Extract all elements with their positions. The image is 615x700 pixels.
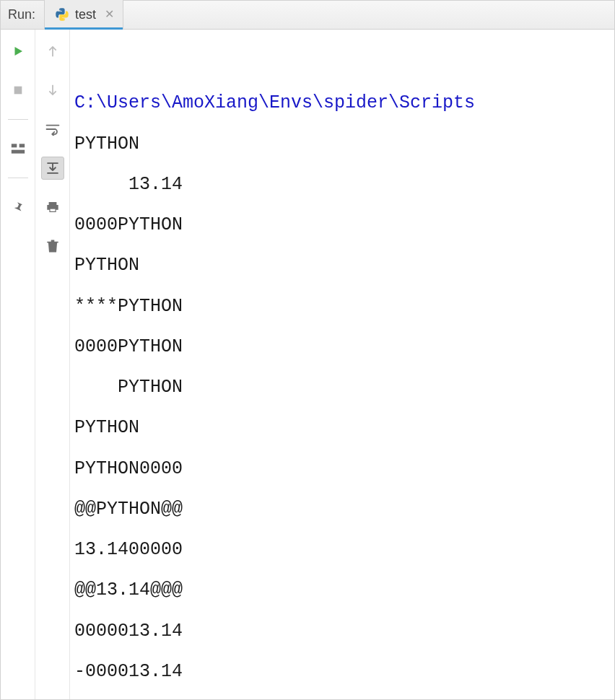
tab-label: test: [75, 7, 96, 22]
tabs: test ✕: [45, 1, 614, 29]
divider: [8, 119, 28, 120]
command-line: C:\Users\AmoXiang\Envs\spider\Scripts: [74, 92, 475, 113]
console-output[interactable]: C:\Users\AmoXiang\Envs\spider\Scripts PY…: [70, 30, 614, 699]
layout-button[interactable]: [6, 137, 30, 160]
output-line: PYTHON: [74, 255, 139, 276]
svg-rect-2: [19, 144, 24, 147]
pin-button[interactable]: [6, 196, 30, 219]
run-label: Run:: [1, 1, 45, 29]
mid-gutter: [35, 30, 70, 699]
rerun-button[interactable]: [6, 40, 30, 63]
divider: [8, 178, 28, 178]
output-line: ****PYTHON: [74, 296, 183, 317]
tab-test[interactable]: test ✕: [45, 0, 123, 29]
scroll-to-end-button[interactable]: [41, 157, 64, 180]
svg-rect-3: [11, 150, 24, 154]
output-line: 0000PYTHON: [74, 214, 183, 235]
output-line: PYTHON: [74, 134, 139, 154]
svg-rect-0: [14, 87, 22, 95]
close-icon[interactable]: ✕: [105, 9, 114, 20]
body: C:\Users\AmoXiang\Envs\spider\Scripts PY…: [1, 30, 614, 699]
svg-rect-4: [50, 209, 55, 211]
soft-wrap-button[interactable]: [41, 118, 64, 141]
down-arrow-button[interactable]: [41, 79, 64, 102]
output-line: PYTHON: [74, 417, 139, 438]
output-line: @@13.14@@@: [74, 579, 183, 600]
run-tool-window: Run: test ✕: [0, 0, 615, 700]
output-line: @@PYTHON@@: [74, 499, 183, 520]
svg-rect-1: [11, 144, 16, 147]
python-icon: [55, 7, 69, 22]
clear-all-button[interactable]: [41, 235, 64, 258]
stop-button[interactable]: [6, 79, 30, 102]
up-arrow-button[interactable]: [41, 40, 64, 63]
print-button[interactable]: [41, 196, 64, 219]
output-line: -000013.14: [74, 661, 183, 682]
output-line: PYTHON: [74, 377, 183, 398]
output-line: 0000PYTHON: [74, 336, 183, 357]
left-gutter: [1, 30, 35, 699]
output-line: 13.14: [74, 174, 183, 195]
header: Run: test ✕: [1, 1, 614, 30]
output-line: 13.1400000: [74, 539, 183, 560]
output-line: 0000013.14: [74, 621, 183, 642]
output-line: PYTHON0000: [74, 458, 183, 479]
